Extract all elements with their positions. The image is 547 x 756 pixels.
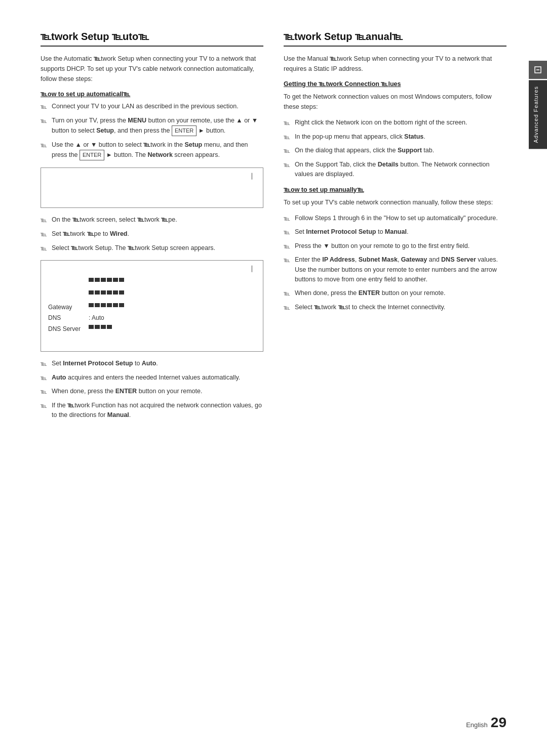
list-item: ℡ Set ℡twork ℡pe to Wired. [41,229,263,239]
screen-box-1: ▏ [41,167,263,208]
screen-top-bar-1: ▏ [48,173,256,180]
bullet-icon: ℡ [284,242,293,251]
list-item: ℡ On the dialog that appears, click the … [284,146,506,156]
bullet-icon: ℡ [284,146,293,156]
footer-page-number: 29 [491,715,506,731]
left-intro-text: Use the Automatic ℡twork Setup when conn… [41,54,263,84]
bullet-icon: ℡ [284,160,293,170]
list-item: ℡ Follow Steps 1 through 6 in the "How t… [284,214,506,224]
list-item: ℡ Connect your TV to your LAN as describ… [41,102,263,112]
left-steps-2: ℡ On the ℡twork screen, select ℡twork ℡p… [41,215,263,253]
bullet-icon: ℡ [284,289,293,299]
bullet-icon: ℡ [41,387,50,397]
right-column: ℡twork Setup ℡anual℡ Use the Manual ℡two… [284,30,506,427]
list-item: ℡ When done, press the ENTER button on y… [41,387,263,397]
left-column: ℡twork Setup ℡uto℡ Use the Automatic ℡tw… [41,30,263,427]
gateway-label: Gateway [48,304,89,311]
right-getting-steps: ℡ Right click the Network icon on the bo… [284,118,506,180]
list-item: ℡ Set Internet Protocol Setup to Manual. [284,227,506,237]
screen-row-dns-server: DNS Server [48,323,256,334]
list-item: ℡ Right click the Network icon on the bo… [284,118,506,128]
list-item: ℡ Select ℡twork Setup. The ℡twork Setup … [41,243,263,254]
bullet-icon: ℡ [41,244,50,254]
list-item: ℡ Set Internet Protocol Setup to Auto. [41,359,263,369]
bullet-icon: ℡ [41,141,50,150]
side-tab-label: Advanced Features [529,80,547,149]
bullet-icon: ℡ [41,401,50,411]
left-steps-1: ℡ Connect your TV to your LAN as describ… [41,102,263,160]
list-item: ℡ Auto acquires and enters the needed In… [41,373,263,383]
list-item: ℡ On the Support Tab, click the Details … [284,160,506,180]
right-intro-text: Use the Manual ℡twork Setup when connect… [284,54,506,74]
right-getting-intro: To get the Network connection values on … [284,92,506,112]
bullet-icon: ℡ [41,116,50,126]
list-item: ℡ When done, press the ENTER button on y… [284,288,506,299]
list-item: ℡ Use the ▲ or ▼ button to select ℡twork… [41,140,263,160]
screen-row-dns: DNS : Auto [48,314,256,321]
bullet-icon: ℡ [284,256,293,265]
list-item: ℡ On the ℡twork screen, select ℡twork ℡p… [41,215,263,225]
right-section-title: ℡twork Setup ℡anual℡ [284,30,506,47]
content-columns: ℡twork Setup ℡uto℡ Use the Automatic ℡tw… [41,30,506,427]
left-sub-heading-1: ℡ow to set up automaticall℡ [41,90,263,98]
screen-row-gateway: Gateway [48,302,256,312]
page-footer: English 29 [466,715,506,731]
left-steps-3: ℡ Set Internet Protocol Setup to Auto. ℡… [41,359,263,421]
screen-row-pixels-2 [48,289,256,300]
left-section-title: ℡twork Setup ℡uto℡ [41,30,263,47]
screen-top-bar-2: ▏ [48,266,256,272]
list-item: ℡ Enter the IP Address, Subnet Mask, Gat… [284,255,506,284]
list-item: ℡ Turn on your TV, press the MENU button… [41,116,263,136]
side-tab-icon [529,61,547,79]
page-container: Advanced Features ℡twork Setup ℡uto℡ Use… [0,0,547,756]
left-title-icon-left: ℡ [41,31,51,42]
right-sub-heading-2: ℡ow to set up manually℡ [284,186,506,193]
left-title-icon-right: ℡ [112,31,123,42]
right-title-icon-left: ℡ [284,31,294,42]
bullet-icon: ℡ [284,133,293,142]
bullet-icon: ℡ [284,214,293,224]
screen-box-2: ▏ [41,260,263,352]
dns-value: : Auto [89,314,104,321]
footer-text: English [466,721,488,729]
right-manual-intro: To set up your TV's cable network connec… [284,197,506,207]
bullet-icon: ℡ [41,373,50,383]
dns-label: DNS [48,314,89,321]
dns-server-label: DNS Server [48,325,89,332]
side-tab: Advanced Features [529,61,547,149]
bullet-icon: ℡ [41,102,50,112]
right-sub-heading-1: Getting the ℡twork Connection ℡lues [284,80,506,88]
list-item: ℡ If the ℡twork Function has not acquire… [41,401,263,421]
bullet-icon: ℡ [41,230,50,239]
bullet-icon: ℡ [41,359,50,369]
bullet-icon: ℡ [284,228,293,237]
bullet-icon: ℡ [284,118,293,128]
bullet-icon: ℡ [41,216,50,225]
list-item: ℡ Select ℡twork ℡st to check the Interne… [284,303,506,313]
right-manual-steps: ℡ Follow Steps 1 through 6 in the "How t… [284,214,506,313]
bullet-icon: ℡ [284,303,293,313]
right-title-icon-manual: ℡ [355,31,366,42]
list-item: ℡ Press the ▼ button on your remote to g… [284,241,506,251]
list-item: ℡ In the pop-up menu that appears, click… [284,132,506,142]
screen-row-pixels-1 [48,276,256,287]
